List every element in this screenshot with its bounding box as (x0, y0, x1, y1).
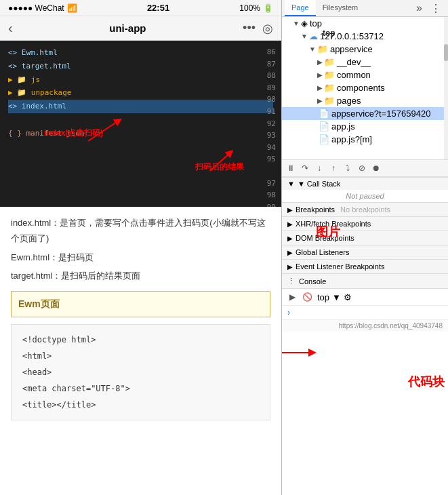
tree-item-appjs[interactable]: 📄 app.js (282, 120, 448, 133)
pause-button[interactable]: ⏸ (285, 162, 297, 174)
xhr-label: XHR/fetch Breakpoints (296, 220, 371, 228)
tree-scrollbar[interactable] (444, 17, 448, 159)
no-breakpoints-text: No breakpoints (340, 205, 390, 214)
folder-icon-dev: 📁 (324, 57, 335, 67)
console-prompt-arrow: › (282, 306, 448, 319)
tree-item-appjs-m[interactable]: 📄 app.js?[m] (282, 133, 448, 146)
code-block-annotation-label: 代码块 (408, 374, 445, 390)
call-stack-arrow: ▼ (287, 180, 295, 188)
console-section: ⋮ Console ▶ 🚫 top ▼ ⚙ › (282, 273, 448, 319)
folder-icon-appservice: 📁 (317, 44, 328, 54)
breakpoints-header[interactable]: ▶ Breakpoints No breakpoints (282, 202, 448, 216)
breakpoints-label: Breakpoints (296, 205, 335, 214)
code-snippet: <!doctype html> <html> <head> <meta char… (11, 324, 270, 420)
devtools-tabs: Page Filesystem » ⋮ (282, 0, 448, 17)
left-column: ●●●●● WeChat 📶 22:51 100% 🔋 ‹ uni-app ••… (0, 0, 281, 495)
tab-filesystem[interactable]: Filesystem (316, 0, 365, 16)
xhr-arrow: ▶ (287, 220, 293, 228)
page-title: uni-app (109, 22, 146, 34)
bottom-url: https://blog.csdn.net/qq_40943748 (282, 319, 448, 332)
console-filter-button[interactable]: 🚫 (301, 291, 313, 303)
breakpoints-arrow: ▶ (287, 206, 293, 214)
line-numbers: 86878889909192939495979899 (267, 46, 276, 207)
dom-label: DOM Breakpoints (296, 234, 354, 242)
tree-item-common[interactable]: ▶ 📁 common (282, 68, 448, 81)
folder-icon-components: 📁 (324, 83, 335, 93)
call-stack-label: ▼ Call Stack (298, 180, 340, 188)
tree-item-dev[interactable]: ▶ 📁 __dev__ (282, 56, 448, 68)
console-settings-icon[interactable]: ⚙ (344, 292, 352, 302)
nav-icons: ••• ◎ (243, 21, 273, 36)
console-context-row: top ▼ ⚙ (317, 292, 352, 302)
status-bar-time: 22:51 (147, 3, 169, 13)
context-top-label: top (317, 292, 329, 302)
tree-label-appjs: app.js (331, 121, 355, 132)
right-column: Page Filesystem » ⋮ ▼ ◈ top ▼ ☁ 127.0.0.… (281, 0, 448, 495)
tree-item-server[interactable]: ▼ ☁ 127.0.0.1:53712 (282, 30, 448, 43)
global-listeners-header[interactable]: ▶ Global Listeners (282, 245, 448, 259)
ewm-highlight-box: Ewm页面 (11, 291, 270, 317)
tree-scrollbar-thumb (444, 44, 448, 61)
call-stack-header[interactable]: ▼ ▼ Call Stack (282, 177, 448, 190)
index-label: index(点击扫码) (44, 127, 103, 139)
status-bar-right: 100% 🔋 (239, 3, 273, 13)
xhr-breakpoints-header[interactable]: ▶ XHR/fetch Breakpoints (282, 216, 448, 231)
devtools-more-icon[interactable]: » (412, 1, 426, 16)
code-snippet-wrapper: <!doctype html> <html> <head> <meta char… (11, 324, 270, 420)
tree-item-pages[interactable]: ▶ 📁 pages (282, 94, 448, 107)
tree-label-appservice: appservice (330, 44, 373, 54)
tree-item-appservice-file[interactable]: 📄 appservice?t=157659420 (282, 107, 448, 120)
dom-breakpoints-header[interactable]: ▶ DOM Breakpoints (282, 231, 448, 245)
devtools-menu-icon[interactable]: ⋮ (426, 1, 445, 16)
scan-result-label: 扫码后的结果 (195, 161, 244, 173)
file-icon-appjs: 📄 (319, 121, 329, 132)
code-line-5: <title></title> (22, 397, 259, 413)
file-tree-container: ▼ ◈ top ▼ ☁ 127.0.0.1:53712 ▼ 📁 appservi… (282, 17, 448, 159)
nav-bar: ‹ uni-app ••• ◎ (0, 16, 281, 41)
file-tree-code: <> Ewm.html <> target.html ▶ 📁 js ▶ 📁 un… (8, 46, 273, 140)
tree-item-appservice[interactable]: ▼ 📁 appservice (282, 43, 448, 56)
content-line1: index.html：是首页，需要写个点击事件进入扫码页(小编就不写这个页面了) (11, 215, 270, 247)
more-icon[interactable]: ••• (243, 21, 256, 36)
global-label: Global Listeners (296, 248, 350, 256)
step-into-button[interactable]: ↓ (313, 162, 325, 174)
context-dropdown-arrow[interactable]: ▼ (332, 292, 341, 302)
tree-arrow-common: ▶ (317, 71, 323, 79)
console-label: Console (299, 277, 326, 285)
code-block-arrow (281, 339, 323, 366)
tree-icon-top: ◈ (301, 18, 308, 28)
tree-arrow-components: ▶ (317, 84, 323, 92)
content-line2: Ewm.html：是扫码页 (11, 250, 270, 265)
step-out-button[interactable]: ↑ (327, 162, 340, 174)
status-bar-left: ●●●●● WeChat 📶 (8, 3, 77, 13)
carrier-text: ●●●●● WeChat (8, 3, 64, 13)
console-clear-button[interactable]: ▶ (286, 291, 298, 303)
step-over-button[interactable]: ↷ (299, 162, 311, 174)
tree-label-common: common (337, 70, 371, 80)
code-line-4: <meta charset="UTF-8"> (22, 380, 259, 397)
event-listeners-header[interactable]: ▶ Event Listener Breakpoints (282, 259, 448, 273)
code-line-2: <html> (22, 348, 259, 364)
battery-icon: 🔋 (263, 3, 273, 13)
tree-label-pages: pages (337, 96, 361, 106)
break-exception-button[interactable]: ⏺ (370, 162, 382, 174)
tree-label-components: components (337, 83, 385, 93)
event-arrow: ▶ (287, 263, 293, 271)
content-line3: target.html：是扫码后的结果页面 (11, 268, 270, 283)
wifi-icon: 📶 (67, 3, 77, 13)
deactivate-button[interactable]: ⊘ (356, 162, 368, 174)
tab-page[interactable]: Page (285, 0, 316, 16)
tree-item-components[interactable]: ▶ 📁 components (282, 81, 448, 94)
scan-icon[interactable]: ◎ (262, 21, 273, 36)
not-paused-text: Not paused (282, 190, 448, 202)
back-button[interactable]: ‹ (8, 20, 13, 36)
tree-label-appjs-m: app.js?[m] (331, 134, 372, 144)
battery-text: 100% (239, 3, 260, 13)
step-button[interactable]: ⤵ (342, 162, 354, 174)
tree-item-top[interactable]: ▼ ◈ top (282, 17, 448, 30)
tree-label-appservice-file: appservice?t=157659420 (331, 108, 430, 119)
tree-arrow-server: ▼ (301, 33, 308, 40)
call-stack-section: ▼ ▼ Call Stack Not paused (282, 177, 448, 202)
cloud-icon: ☁ (309, 31, 318, 41)
content-area: index.html：是首页，需要写个点击事件进入扫码页(小编就不写这个页面了)… (0, 207, 281, 495)
